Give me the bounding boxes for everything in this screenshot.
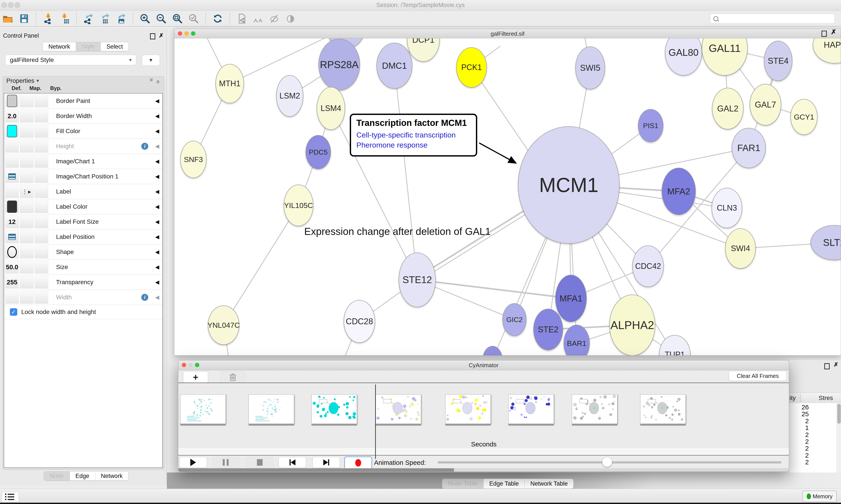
network-node-far1[interactable]: FAR1 [732, 128, 766, 168]
property-row-border-paint[interactable]: Border Paint◀ [4, 93, 162, 109]
show-details-icon[interactable] [285, 13, 296, 24]
tab-network[interactable]: Network [43, 42, 76, 51]
zoom-selected-icon[interactable] [188, 13, 199, 24]
property-row-label-color[interactable]: Label Color◀ [4, 199, 162, 214]
property-row-border-width[interactable]: 2.0Border Width◀ [4, 109, 162, 124]
network-node-mth1[interactable]: MTH1 [215, 64, 244, 103]
expand-row-arrow-icon[interactable]: ◀ [155, 249, 159, 255]
close-panel-icon[interactable]: ✗ [159, 33, 164, 38]
network-node-cln3[interactable]: CLN3 [712, 188, 742, 228]
network-node-mfa2[interactable]: MFA2 [662, 168, 696, 215]
import-table-icon[interactable] [59, 13, 70, 24]
properties-header[interactable]: Properties ▾ »» [3, 76, 164, 85]
scrollbar-thumb[interactable] [837, 404, 841, 424]
color-swatch[interactable] [7, 95, 17, 107]
skip-to-end-button[interactable] [312, 457, 340, 468]
collapse-all-icon[interactable]: » [154, 78, 161, 84]
network-node-swi5[interactable]: SWI5 [575, 47, 605, 89]
network-canvas[interactable]: RPS28BRPS28ADMC1DCP1PCK1MTH1LSM2LSM4SNF3… [174, 38, 841, 355]
timeline-playhead[interactable] [375, 384, 376, 459]
property-row-fill-color[interactable]: Fill Color◀ [4, 124, 162, 139]
import-network-icon[interactable] [42, 13, 54, 24]
style-selector-dropdown[interactable]: galFiltered Style ▾ [5, 55, 136, 65]
expand-row-arrow-icon[interactable]: ◀ [155, 113, 159, 119]
lock-size-row[interactable]: ✓Lock node width and height [4, 305, 162, 319]
save-session-icon[interactable] [18, 13, 30, 24]
tab-edge[interactable]: Edge [70, 472, 95, 480]
network-node-rps28a[interactable]: RPS28A [319, 39, 360, 90]
scrollbar-thumb[interactable] [178, 468, 454, 472]
expand-row-arrow-icon[interactable]: ◀ [155, 143, 159, 149]
cyanimator-titlebar[interactable]: CyAnimator [178, 360, 789, 370]
expand-row-arrow-icon[interactable]: ◀ [155, 158, 159, 164]
frame-thumbnail-1[interactable] [249, 394, 294, 424]
info-icon[interactable]: i [141, 294, 148, 301]
export-table-icon[interactable] [99, 13, 110, 24]
clear-all-frames-button[interactable]: Clear All Frames [729, 371, 787, 381]
export-image-icon[interactable] [115, 13, 127, 24]
frame-thumbnail-5[interactable] [508, 394, 554, 424]
network-node-ste12[interactable]: STE12 [399, 252, 436, 307]
network-node-gal2[interactable]: GAL2 [712, 88, 744, 129]
float-window-icon[interactable] [822, 31, 827, 37]
annotation-arrow[interactable] [479, 143, 516, 163]
color-swatch[interactable] [7, 201, 17, 213]
app-titlebar[interactable]: Session: /Temp/SampleMovie.cys [0, 0, 841, 11]
animation-speed-knob[interactable] [602, 457, 612, 467]
property-row-label-font-size[interactable]: 12Label Font Size◀ [4, 214, 162, 230]
network-window-titlebar[interactable]: galFiltered.sif ✗ [174, 29, 841, 38]
open-session-icon[interactable] [2, 13, 14, 24]
network-document-icon[interactable] [236, 13, 248, 24]
frame-thumbnail-6[interactable] [572, 394, 618, 424]
property-row-label-position[interactable]: Label Position◀ [4, 230, 162, 245]
frame-thumbnail-4[interactable] [445, 394, 491, 424]
expand-row-arrow-icon[interactable]: ◀ [155, 294, 159, 300]
timeline-horizontal-scrollbar[interactable] [178, 468, 789, 472]
close-panel-icon[interactable]: ✗ [834, 362, 838, 367]
network-node-ste2[interactable]: STE2 [533, 309, 563, 350]
float-panel-icon[interactable] [824, 363, 829, 370]
timeline-area[interactable]: 0123456789 [178, 383, 789, 448]
style-options-button[interactable]: ▼ [142, 55, 160, 66]
property-row-width[interactable]: Widthi◀ [4, 290, 162, 305]
info-icon[interactable]: i [141, 143, 148, 150]
record-button[interactable] [344, 456, 372, 469]
zoom-out-icon[interactable] [156, 13, 167, 24]
expand-row-arrow-icon[interactable]: ◀ [155, 174, 159, 180]
expand-row-arrow-icon[interactable]: ◀ [155, 188, 159, 195]
refresh-layout-icon[interactable] [212, 13, 223, 24]
network-node-mfa1[interactable]: MFA1 [555, 275, 587, 322]
property-row-shape[interactable]: Shape◀ [4, 245, 162, 260]
network-node-yil105c[interactable]: YIL105C [284, 184, 314, 226]
network-node-snf3[interactable]: SNF3 [180, 141, 207, 178]
play-button[interactable] [179, 457, 207, 468]
network-node-lsm4[interactable]: LSM4 [317, 87, 345, 130]
memory-button[interactable]: Memory [803, 491, 837, 502]
network-node-pis1[interactable]: PIS1 [638, 109, 663, 142]
skip-to-start-button[interactable] [279, 457, 306, 468]
expand-row-arrow-icon[interactable]: ◀ [155, 204, 159, 210]
network-node-dmc1[interactable]: DMC1 [376, 43, 412, 89]
zoom-fit-icon[interactable] [172, 13, 183, 24]
network-node-alpha2[interactable]: ALPHA2 [609, 294, 655, 355]
expand-row-arrow-icon[interactable]: ◀ [155, 128, 159, 134]
color-swatch[interactable] [7, 125, 17, 137]
tab-style[interactable]: Style [76, 42, 101, 51]
tab-edge-table[interactable]: Edge Table [484, 479, 525, 488]
frame-thumbnail-3[interactable] [376, 394, 421, 424]
table-vertical-scrollbar[interactable] [837, 403, 841, 472]
network-node-gic2[interactable]: GIC2 [502, 303, 526, 336]
add-frame-button[interactable]: + [183, 371, 208, 383]
float-panel-icon[interactable] [150, 33, 155, 40]
tab-network-table[interactable]: Network Table [525, 479, 574, 488]
network-node-cdc42[interactable]: CDC42 [632, 246, 664, 287]
export-network-icon[interactable] [83, 13, 94, 24]
frame-thumbnail-2[interactable] [311, 394, 357, 424]
frame-thumbnail-0[interactable] [180, 394, 226, 424]
network-node-mcm1[interactable]: MCM1 [518, 126, 620, 244]
search-input[interactable] [710, 14, 835, 24]
close-window-icon[interactable]: ✗ [831, 30, 836, 34]
lock-size-checkbox[interactable]: ✓ [10, 308, 17, 316]
annotation-box[interactable]: Transcription factor MCM1 Cell-type-spec… [350, 114, 477, 157]
network-node-gal7[interactable]: GAL7 [750, 84, 781, 125]
